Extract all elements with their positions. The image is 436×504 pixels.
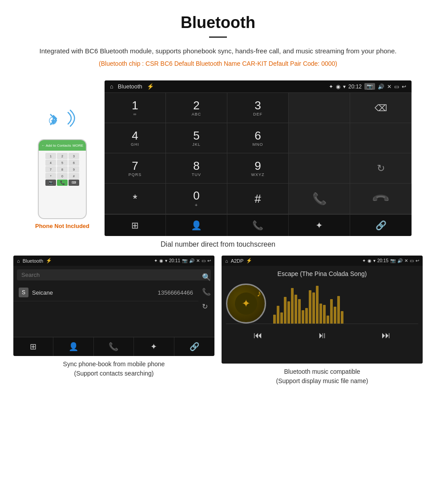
page-specs: (Bluetooth chip : CSR BC6 Default Blueto… bbox=[27, 60, 409, 67]
dial-nav-bar: ⊞ 👤 📞 ✦ 🔗 bbox=[105, 214, 412, 236]
dial-empty-r3c4 bbox=[289, 153, 350, 184]
next-track-button[interactable]: ⏭ bbox=[378, 328, 394, 342]
pb-empty-space bbox=[13, 301, 214, 337]
music-cam-icon[interactable]: 📷 bbox=[390, 258, 396, 263]
viz-bar bbox=[291, 288, 294, 324]
pb-nav-recents[interactable]: 📞 bbox=[94, 337, 134, 356]
redial-icon: ↻ bbox=[377, 163, 385, 174]
viz-bar bbox=[295, 295, 297, 324]
dial-redial[interactable]: ↻ bbox=[350, 153, 412, 184]
dial-key-2[interactable]: 2 ABC bbox=[166, 93, 227, 123]
home-icon[interactable]: ⌂ bbox=[110, 83, 113, 90]
search-icon[interactable]: 🔍 bbox=[202, 273, 211, 281]
pb-side-icons: 🔍 📞 ↻ bbox=[202, 273, 211, 311]
viz-bar bbox=[305, 308, 308, 324]
viz-bar bbox=[280, 312, 283, 324]
pb-cam-icon[interactable]: 📷 bbox=[182, 258, 187, 263]
dial-key-1[interactable]: 1 ∞ bbox=[105, 93, 166, 123]
viz-bar bbox=[330, 299, 333, 324]
dial-key-star[interactable]: * bbox=[105, 184, 166, 214]
dial-key-0[interactable]: 0 + bbox=[166, 184, 227, 214]
bt-symbol-svg bbox=[47, 111, 60, 128]
page-header: Bluetooth Integrated with BC6 Bluetooth … bbox=[0, 0, 436, 80]
nav-keypad[interactable]: ⊞ bbox=[105, 215, 166, 236]
music-caption: Bluetooth music compatible (Support disp… bbox=[276, 367, 368, 386]
phonebook-block: ⌂ Bluetooth ⚡ ✦ ◉ ▾ 20:11 📷 🔊 ✕ ▭ ↩ bbox=[13, 256, 214, 386]
viz-bar bbox=[323, 305, 326, 324]
refresh-side-icon[interactable]: ↻ bbox=[202, 302, 211, 311]
music-close-icon[interactable]: ✕ bbox=[404, 258, 408, 263]
dial-key-hash[interactable]: # bbox=[227, 184, 289, 214]
phone-illustration: ⍟ ← Add to Contacts MORE 1 2 3 bbox=[24, 80, 105, 236]
viz-bar bbox=[316, 286, 319, 324]
dial-key-8[interactable]: 8 TUV bbox=[166, 153, 227, 184]
dial-key-7[interactable]: 7 PQRS bbox=[105, 153, 166, 184]
contact-row[interactable]: S Seicane 13566664466 bbox=[13, 284, 198, 301]
phone-mockup: ← Add to Contacts MORE 1 2 3 4 5 6 7 8 bbox=[38, 139, 87, 219]
phone-top-bar: ← Add to Contacts MORE bbox=[39, 140, 86, 151]
nav-recents[interactable]: 📞 bbox=[227, 215, 289, 236]
music-home-icon[interactable]: ⌂ bbox=[225, 258, 228, 264]
back-status-icon[interactable]: ↩ bbox=[402, 84, 406, 90]
contact-name: Seicane bbox=[32, 289, 157, 296]
album-inner: ✦ bbox=[235, 292, 257, 315]
prev-track-button[interactable]: ⏮ bbox=[250, 328, 266, 342]
phonebook-caption: Sync phone-book from mobile phone (Suppo… bbox=[63, 360, 165, 378]
song-title: Escape (The Pina Colada Song) bbox=[278, 270, 367, 277]
viz-bar bbox=[341, 311, 343, 324]
music-body: Escape (The Pina Colada Song) ✦ ♪ bbox=[222, 266, 423, 364]
play-pause-button[interactable]: ⏯ bbox=[314, 328, 330, 342]
dial-grid: 1 ∞ 2 ABC 3 DEF ⌫ 4 GHI bbox=[105, 92, 412, 214]
location-icon: ◉ bbox=[336, 84, 340, 90]
dial-end-button[interactable]: 📞 bbox=[350, 184, 412, 214]
music-screen: ⌂ A2DP ⚡ ✦ ◉ ▾ 20:15 📷 🔊 ✕ ▭ ↩ E bbox=[222, 256, 423, 364]
main-caption: Dial number direct from touchscreen bbox=[0, 240, 436, 248]
dial-empty-r2c4 bbox=[289, 123, 350, 153]
pb-bt-icon: ✦ bbox=[154, 258, 157, 263]
bluetooth-signal-icon: ⍟ bbox=[47, 107, 78, 134]
pb-search-bar[interactable]: Search bbox=[17, 269, 211, 280]
viz-bar bbox=[284, 297, 287, 324]
music-win-icon[interactable]: ▭ bbox=[410, 258, 414, 263]
music-content: ✦ ♪ bbox=[226, 284, 418, 324]
dial-empty-r2c5 bbox=[350, 123, 412, 153]
pb-time: 20:11 bbox=[169, 258, 180, 263]
music-note-icon: ♪ bbox=[257, 288, 261, 299]
camera-status-icon[interactable]: 📷 bbox=[364, 83, 375, 90]
contact-list: S Seicane 13566664466 bbox=[13, 284, 198, 301]
pb-nav-bluetooth[interactable]: ✦ bbox=[134, 337, 174, 356]
car-dial-screen: ⌂ Bluetooth ⚡ ✦ ◉ ▾ 20:12 📷 🔊 ✕ ▭ ↩ 1 ∞ bbox=[105, 80, 412, 236]
pb-close-icon[interactable]: ✕ bbox=[196, 258, 200, 263]
pb-nav-contacts[interactable]: 👤 bbox=[53, 337, 93, 356]
window-status-icon[interactable]: ▭ bbox=[394, 84, 399, 90]
bottom-screenshots: ⌂ Bluetooth ⚡ ✦ ◉ ▾ 20:11 📷 🔊 ✕ ▭ ↩ bbox=[0, 256, 436, 386]
music-back-icon[interactable]: ↩ bbox=[416, 258, 419, 263]
viz-bar bbox=[277, 306, 279, 324]
pb-nav-link[interactable]: 🔗 bbox=[174, 337, 214, 356]
close-status-icon[interactable]: ✕ bbox=[387, 84, 392, 90]
album-art: ✦ ♪ bbox=[226, 284, 266, 324]
nav-link[interactable]: 🔗 bbox=[350, 215, 412, 236]
dial-key-6[interactable]: 6 MNO bbox=[227, 123, 289, 153]
pb-vol-icon[interactable]: 🔊 bbox=[189, 258, 194, 263]
pb-win-icon[interactable]: ▭ bbox=[202, 258, 206, 263]
end-call-icon: 📞 bbox=[371, 189, 391, 209]
nav-bluetooth[interactable]: ✦ bbox=[289, 215, 350, 236]
pb-nav-keypad[interactable]: ⊞ bbox=[13, 337, 53, 356]
dial-call-button[interactable]: 📞 bbox=[289, 184, 350, 214]
nav-contacts[interactable]: 👤 bbox=[166, 215, 227, 236]
call-icon: 📞 bbox=[312, 192, 327, 206]
pb-back-icon[interactable]: ↩ bbox=[207, 258, 211, 263]
volume-status-icon[interactable]: 🔊 bbox=[378, 84, 384, 90]
dial-key-9[interactable]: 9 WXYZ bbox=[227, 153, 289, 184]
music-vol-icon[interactable]: 🔊 bbox=[397, 258, 403, 263]
pb-nav-bar: ⊞ 👤 📞 ✦ 🔗 bbox=[13, 337, 214, 356]
dial-key-4[interactable]: 4 GHI bbox=[105, 123, 166, 153]
dial-backspace[interactable]: ⌫ bbox=[350, 93, 412, 123]
pb-home-icon[interactable]: ⌂ bbox=[17, 258, 20, 264]
dial-key-3[interactable]: 3 DEF bbox=[227, 93, 289, 123]
dial-key-5[interactable]: 5 JKL bbox=[166, 123, 227, 153]
call-side-icon[interactable]: 📞 bbox=[202, 288, 211, 296]
screen-title: Bluetooth bbox=[118, 83, 142, 90]
album-bt-icon: ✦ bbox=[242, 297, 250, 310]
